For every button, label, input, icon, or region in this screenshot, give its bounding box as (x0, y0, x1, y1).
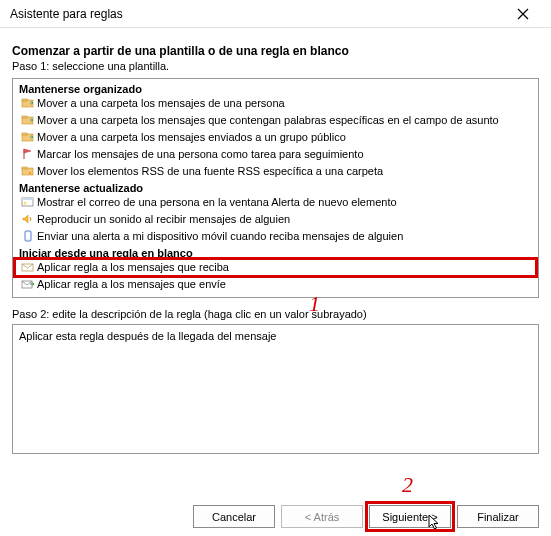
folder-move-icon (21, 130, 35, 144)
back-button: < Atrás (281, 505, 363, 528)
svg-rect-7 (22, 167, 27, 169)
rule-template-label: Mover a una carpeta los mensajes de una … (37, 96, 285, 111)
close-icon (517, 8, 529, 20)
rule-template-item[interactable]: Mover los elementos RSS de una fuente RS… (15, 163, 536, 180)
button-label: < Atrás (305, 511, 340, 523)
flag-icon (21, 147, 35, 161)
finish-button[interactable]: Finalizar (457, 505, 539, 528)
rule-template-label: Mover a una carpeta los mensajes que con… (37, 113, 499, 128)
annotation-2: 2 (402, 472, 413, 498)
window-title: Asistente para reglas (10, 7, 123, 21)
step2-label: Paso 2: edite la descripción de la regla… (12, 308, 539, 320)
button-label: Cancelar (212, 511, 256, 523)
button-label: Finalizar (477, 511, 519, 523)
envelope-in-icon (21, 260, 35, 274)
rule-description-text: Aplicar esta regla después de la llegada… (19, 330, 276, 342)
svg-rect-5 (22, 133, 27, 135)
template-list: Mantenerse organizado Mover a una carpet… (12, 78, 539, 298)
rule-template-item[interactable]: Reproducir un sonido al recibir mensajes… (15, 211, 536, 228)
rule-template-item[interactable]: Mover a una carpeta los mensajes enviado… (15, 129, 536, 146)
rule-template-label: Reproducir un sonido al recibir mensajes… (37, 212, 290, 227)
rule-template-label: Aplicar regla a los mensajes que reciba (37, 260, 229, 275)
section-blank-label: Iniciar desde una regla en blanco (19, 247, 536, 259)
button-label: Siguiente > (382, 511, 437, 523)
rule-template-item-selected[interactable]: Aplicar regla a los mensajes que reciba (15, 259, 536, 276)
svg-rect-13 (26, 233, 30, 239)
mobile-icon (21, 229, 35, 243)
rule-template-label: Mover los elementos RSS de una fuente RS… (37, 164, 383, 179)
rule-template-label: Mostrar el correo de una persona en la v… (37, 195, 397, 210)
rule-template-item[interactable]: Mostrar el correo de una persona en la v… (15, 194, 536, 211)
rule-template-item[interactable]: Mover a una carpeta los mensajes de una … (15, 95, 536, 112)
rss-folder-icon (21, 164, 35, 178)
folder-move-icon (21, 96, 35, 110)
step1-label: Paso 1: seleccione una plantilla. (12, 60, 539, 72)
rule-description-box[interactable]: Aplicar esta regla después de la llegada… (12, 324, 539, 454)
wizard-content: Comenzar a partir de una plantilla o de … (0, 28, 551, 454)
intro-heading: Comenzar a partir de una plantilla o de … (12, 44, 539, 58)
svg-point-11 (24, 202, 27, 205)
svg-rect-3 (22, 116, 27, 118)
rule-template-label: Enviar una alerta a mi dispositivo móvil… (37, 229, 403, 244)
rule-template-label: Marcar los mensajes de una persona como … (37, 147, 364, 162)
section-updated-label: Mantenerse actualizado (19, 182, 536, 194)
next-button[interactable]: Siguiente > (369, 505, 451, 528)
rule-template-item[interactable]: Mover a una carpeta los mensajes que con… (15, 112, 536, 129)
close-button[interactable] (503, 0, 543, 28)
cancel-button[interactable]: Cancelar (193, 505, 275, 528)
section-organized-label: Mantenerse organizado (19, 83, 536, 95)
svg-rect-10 (22, 198, 33, 200)
wizard-button-bar: Cancelar < Atrás Siguiente > Finalizar (193, 505, 539, 528)
folder-move-icon (21, 113, 35, 127)
rule-template-item[interactable]: Aplicar regla a los mensajes que envíe (15, 276, 536, 293)
rule-template-item[interactable]: Marcar los mensajes de una persona como … (15, 146, 536, 163)
rule-template-item[interactable]: Enviar una alerta a mi dispositivo móvil… (15, 228, 536, 245)
sound-icon (21, 212, 35, 226)
envelope-out-icon (21, 277, 35, 291)
rule-template-label: Mover a una carpeta los mensajes enviado… (37, 130, 346, 145)
svg-rect-1 (22, 99, 27, 101)
alert-window-icon (21, 195, 35, 209)
svg-point-8 (29, 172, 31, 174)
title-bar: Asistente para reglas (0, 0, 551, 28)
rule-template-label: Aplicar regla a los mensajes que envíe (37, 277, 226, 292)
